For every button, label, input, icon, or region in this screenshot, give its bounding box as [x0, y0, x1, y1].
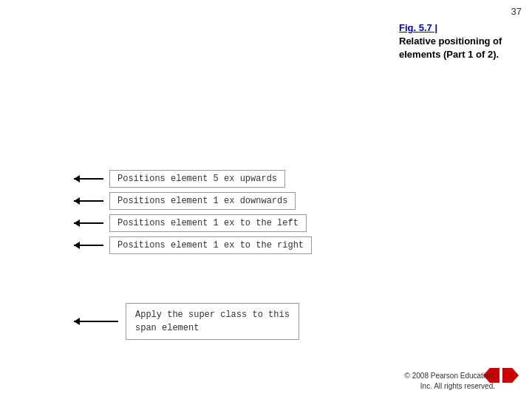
title-box: Fig. 5.7 | Relative positioning of eleme… — [399, 22, 517, 61]
figure-title: Relative positioning of elements (Part 1… — [399, 35, 517, 61]
table-row: Positions element 1 ex to the right — [74, 236, 443, 254]
arrow-icon — [74, 245, 103, 246]
apply-container: Apply the super class to this span eleme… — [74, 303, 299, 340]
apply-arrow-icon — [74, 321, 118, 322]
rows-container: Positions element 5 ex upwardsPositions … — [74, 170, 443, 259]
apply-box: Apply the super class to this span eleme… — [126, 303, 299, 340]
apply-text-line1: Apply the super class to this — [135, 310, 290, 320]
arrow-icon — [74, 178, 103, 180]
page-number: 37 — [511, 6, 522, 17]
arrow-icon — [74, 222, 103, 224]
arrow-icon — [74, 200, 103, 202]
row-label: Positions element 1 ex downwards — [109, 192, 296, 210]
apply-text-line2: span element — [135, 323, 199, 333]
row-label: Positions element 1 ex to the left — [109, 214, 307, 232]
row-label: Positions element 1 ex to the right — [109, 236, 312, 254]
table-row: Positions element 1 ex to the left — [74, 214, 443, 232]
figure-link[interactable]: Fig. 5.7 | — [399, 22, 517, 33]
nav-forward-button[interactable] — [502, 368, 519, 383]
row-label: Positions element 5 ex upwards — [109, 170, 285, 188]
copyright: © 2008 Pearson Education,Inc. All rights… — [405, 371, 495, 392]
table-row: Positions element 5 ex upwards — [74, 170, 443, 188]
table-row: Positions element 1 ex downwards — [74, 192, 443, 210]
